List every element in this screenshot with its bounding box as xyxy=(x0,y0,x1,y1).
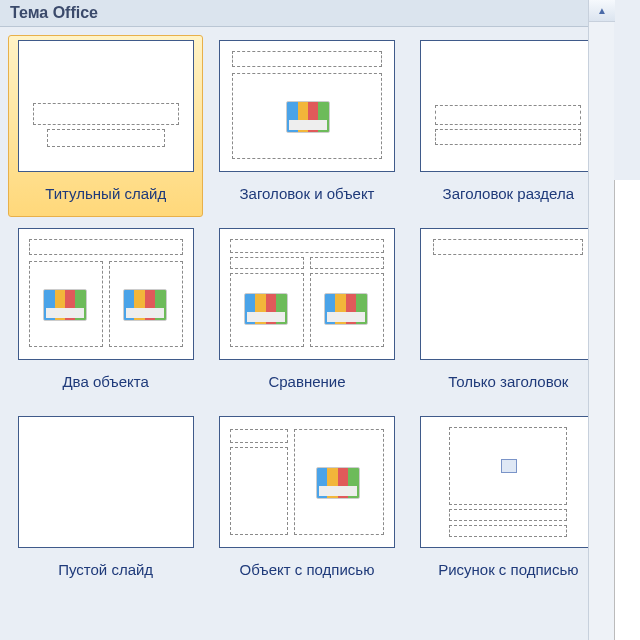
layout-item-two-content[interactable]: Два объекта xyxy=(8,223,203,405)
layout-label: Заголовок и объект xyxy=(239,176,374,212)
layout-item-title-slide[interactable]: Титульный слайд xyxy=(8,35,203,217)
layout-thumb xyxy=(18,228,194,360)
chevron-up-icon: ▲ xyxy=(597,5,607,16)
layout-label: Пустой слайд xyxy=(58,552,153,588)
layout-item-picture-caption[interactable]: Рисунок с подписью xyxy=(411,411,606,593)
theme-title: Тема Office xyxy=(10,4,98,21)
layout-thumb xyxy=(420,416,596,548)
layout-label: Два объекта xyxy=(62,364,148,400)
layout-label: Объект с подписью xyxy=(240,552,375,588)
layout-label: Рисунок с подписью xyxy=(438,552,578,588)
layout-label: Сравнение xyxy=(268,364,345,400)
scroll-up-button[interactable]: ▲ xyxy=(589,0,615,22)
layout-item-title-only[interactable]: Только заголовок xyxy=(411,223,606,405)
layout-thumb xyxy=(18,416,194,548)
layout-item-blank[interactable]: Пустой слайд xyxy=(8,411,203,593)
scrollbar-vertical[interactable]: ▲ xyxy=(588,0,614,640)
background-document xyxy=(614,180,640,640)
layout-label: Титульный слайд xyxy=(45,176,166,212)
layout-thumb xyxy=(219,228,395,360)
layout-item-comparison[interactable]: Сравнение xyxy=(209,223,404,405)
layout-item-title-content[interactable]: Заголовок и объект xyxy=(209,35,404,217)
layout-thumb xyxy=(219,40,395,172)
layout-gallery-panel: Тема Office Титульный слайд Заголовок и … xyxy=(0,0,614,640)
layout-label: Только заголовок xyxy=(448,364,568,400)
layout-thumb xyxy=(219,416,395,548)
layout-thumb xyxy=(18,40,194,172)
layout-item-section-header[interactable]: Заголовок раздела xyxy=(411,35,606,217)
layout-thumb xyxy=(420,40,596,172)
layout-item-content-caption[interactable]: Объект с подписью xyxy=(209,411,404,593)
layout-label: Заголовок раздела xyxy=(443,176,574,212)
theme-header: Тема Office xyxy=(0,0,614,27)
layout-grid: Титульный слайд Заголовок и объект Загол… xyxy=(0,27,614,601)
layout-thumb xyxy=(420,228,596,360)
